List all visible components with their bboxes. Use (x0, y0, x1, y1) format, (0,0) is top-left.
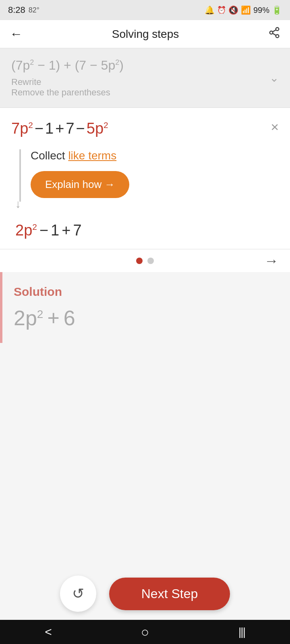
status-time: 8:28 (8, 5, 25, 15)
nav-home-button[interactable]: ○ (129, 620, 161, 644)
content-spacer (0, 343, 290, 472)
share-button[interactable] (268, 27, 280, 41)
svg-line-3 (273, 33, 276, 35)
collect-text: Collect like terms (31, 149, 129, 162)
nav-back-button[interactable]: < (32, 620, 64, 644)
battery-icon: 🔋 (272, 5, 282, 15)
svg-point-2 (276, 35, 279, 38)
pagination-row: → (0, 250, 290, 272)
mute-icon: 🔇 (228, 5, 238, 15)
share-icon (268, 27, 280, 39)
svg-line-4 (273, 30, 276, 32)
wifi-icon: 📶 (241, 5, 251, 15)
step-card: × 7p2 − 1 + 7 − 5p2 ↓ Collect like terms… (0, 108, 290, 250)
collect-row: ↓ Collect like terms Explain how → (19, 149, 279, 202)
collapsed-step-section: (7p2 − 1) + (7 − 5p2) Rewrite Remove the… (0, 48, 290, 108)
back-button[interactable]: ← (10, 27, 23, 41)
undo-icon: ↺ (72, 585, 84, 602)
dot-2 (147, 258, 154, 264)
collapsed-formula: (7p2 − 1) + (7 − 5p2) (11, 58, 124, 73)
alarm-icon: 🔔 (205, 5, 215, 15)
next-step-button[interactable]: Next Step (109, 578, 230, 610)
solution-formula: 2p2 + 6 (14, 306, 279, 330)
bottom-action-bar: ↺ Next Step (0, 568, 290, 620)
nav-recents-button[interactable]: ||| (226, 620, 258, 644)
close-button[interactable]: × (271, 119, 279, 135)
status-temp: 82° (29, 6, 39, 14)
next-page-arrow[interactable]: → (264, 252, 279, 269)
like-terms-link[interactable]: like terms (68, 149, 116, 162)
nav-bar: < ○ ||| (0, 620, 290, 644)
svg-point-1 (270, 31, 273, 34)
result-formula: 2p2 − 1 + 7 (15, 222, 279, 239)
dot-1 (136, 258, 143, 264)
explain-how-button[interactable]: Explain how → (31, 171, 129, 198)
alarm2-icon: ⏰ (217, 6, 226, 14)
status-bar: 8:28 82° 🔔 ⏰ 🔇 📶 99% 🔋 (0, 0, 290, 20)
solution-section: Solution 2p2 + 6 (0, 272, 290, 343)
chevron-down-icon[interactable]: ⌄ (269, 71, 279, 85)
battery-text: 99% (253, 6, 269, 15)
undo-button[interactable]: ↺ (60, 576, 96, 612)
step-formula: 7p2 − 1 + 7 − 5p2 (11, 120, 279, 137)
top-bar: ← Solving steps (0, 20, 290, 48)
page-title: Solving steps (112, 28, 179, 41)
solution-label: Solution (14, 285, 279, 299)
svg-point-0 (276, 28, 279, 31)
rewrite-label: Rewrite Remove the parentheses (11, 77, 124, 98)
